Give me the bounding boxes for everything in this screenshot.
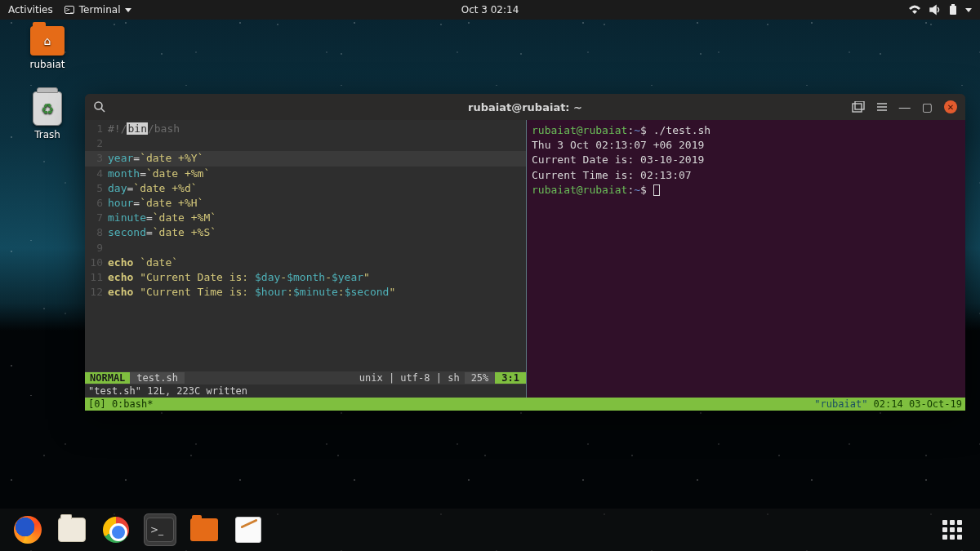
- code-line: 9: [85, 241, 526, 256]
- home-icon: ⌂: [44, 34, 51, 47]
- shell-output: Current Time is: 02:13:07: [532, 168, 960, 183]
- tmux-status-bar: [0] 0:bash* "rubaiat" 02:14 03-Oct-19: [85, 398, 965, 411]
- shell-output: Current Date is: 03-10-2019: [532, 153, 960, 167]
- app-menu-label: Terminal: [79, 4, 121, 16]
- folder-icon: ⌂: [30, 26, 65, 56]
- svg-rect-1: [951, 4, 955, 6]
- code-line: 12echo "Current Time is: $hour:$minute:$…: [85, 285, 526, 300]
- dock-item-files[interactable]: [56, 513, 88, 546]
- code-line: 6hour=`date +%H`: [85, 196, 526, 211]
- svg-line-3: [101, 109, 105, 112]
- tmux-right: "rubaiat" 02:14 03-Oct-19: [814, 398, 962, 410]
- vim-percent: 25%: [465, 372, 496, 384]
- wifi-icon: [908, 5, 921, 15]
- desktop-icon-label: rubaiat: [30, 59, 65, 70]
- shell-pane[interactable]: rubaiat@rubaiat:~$ ./test.sh Thu 3 Oct 0…: [526, 120, 965, 398]
- dock-item-firefox[interactable]: [11, 513, 44, 546]
- shell-output: Thu 3 Oct 02:13:07 +06 2019: [532, 138, 960, 153]
- code-line: 4month=`date +%m`: [85, 167, 526, 181]
- shell-line: rubaiat@rubaiat:~$: [532, 183, 960, 198]
- terminal-icon: >_: [65, 6, 74, 14]
- chevron-down-icon: [965, 8, 972, 12]
- dock-item-folder[interactable]: [188, 513, 220, 546]
- dock-item-text-editor[interactable]: [232, 513, 265, 546]
- gnome-top-bar: Activities >_ Terminal Oct 3 02:14: [0, 0, 980, 20]
- tmux-session: [0] 0:bash*: [88, 398, 153, 410]
- window-titlebar[interactable]: rubaiat@rubaiat: ~ ― ▢ ✕: [85, 94, 965, 120]
- volume-icon: [929, 4, 941, 16]
- vim-status-line: NORMAL test.sh unix | utf-8 | sh 25% 3:1: [85, 371, 526, 384]
- desktop-icon-home[interactable]: ⌂ rubaiat: [23, 26, 72, 70]
- dock-item-terminal[interactable]: >_: [144, 513, 176, 546]
- search-icon[interactable]: [93, 100, 106, 113]
- vim-message: "test.sh" 12L, 223C written: [85, 384, 526, 398]
- terminal-window: rubaiat@rubaiat: ~ ― ▢ ✕ 1#!/bin/bash23y…: [85, 94, 965, 411]
- svg-rect-4: [853, 104, 862, 112]
- clock[interactable]: Oct 3 02:14: [461, 4, 519, 16]
- apps-grid-icon: [942, 520, 962, 540]
- firefox-icon: [14, 516, 42, 544]
- minimize-button[interactable]: ―: [899, 100, 911, 113]
- close-button[interactable]: ✕: [944, 100, 957, 113]
- chrome-icon: [103, 517, 129, 543]
- svg-rect-0: [950, 6, 956, 15]
- folder-icon: [190, 518, 218, 541]
- system-tray[interactable]: [908, 4, 972, 16]
- code-line: 1#!/bin/bash: [85, 122, 526, 136]
- trash-icon: ♻: [33, 91, 62, 126]
- code-line: 10echo `date`: [85, 256, 526, 270]
- recycle-icon: ♻: [41, 100, 54, 118]
- battery-icon: [949, 4, 957, 16]
- activities-button[interactable]: Activities: [8, 4, 53, 16]
- svg-point-2: [95, 102, 102, 109]
- new-tab-icon[interactable]: [852, 101, 865, 113]
- chevron-down-icon: [125, 8, 131, 12]
- code-line: 7minute=`date +%M`: [85, 211, 526, 225]
- desktop-icons: ⌂ rubaiat ♻ Trash: [23, 26, 72, 140]
- dock-item-show-applications[interactable]: [936, 513, 969, 546]
- code-line: 5day=`date +%d`: [85, 181, 526, 196]
- vim-encoding: unix | utf-8 | sh: [354, 372, 465, 384]
- svg-rect-5: [855, 101, 864, 109]
- cursor-icon: [653, 184, 660, 196]
- vim-position: 3:1: [495, 372, 526, 384]
- desktop-icon-label: Trash: [34, 129, 60, 140]
- editor-pane[interactable]: 1#!/bin/bash23year=`date +%Y`4month=`dat…: [85, 120, 526, 398]
- code-line: 3year=`date +%Y`: [85, 151, 526, 166]
- text-editor-icon: [235, 517, 261, 543]
- editor-body[interactable]: 1#!/bin/bash23year=`date +%Y`4month=`dat…: [85, 120, 526, 371]
- hamburger-menu-icon[interactable]: [876, 101, 888, 113]
- vim-filename: test.sh: [130, 372, 185, 384]
- app-menu[interactable]: >_ Terminal: [65, 4, 132, 16]
- code-line: 2: [85, 136, 526, 151]
- code-line: 11echo "Current Date is: $day-$month-$ye…: [85, 270, 526, 285]
- dock-item-chrome[interactable]: [100, 513, 132, 546]
- maximize-button[interactable]: ▢: [922, 100, 933, 113]
- files-icon: [58, 518, 86, 542]
- vim-mode: NORMAL: [85, 372, 130, 384]
- code-line: 8second=`date +%S`: [85, 225, 526, 240]
- terminal-icon: >_: [146, 518, 174, 542]
- dock: >_: [0, 509, 980, 551]
- shell-line: rubaiat@rubaiat:~$ ./test.sh: [532, 123, 960, 138]
- desktop-icon-trash[interactable]: ♻ Trash: [23, 91, 72, 140]
- window-title: rubaiat@rubaiat: ~: [468, 101, 582, 113]
